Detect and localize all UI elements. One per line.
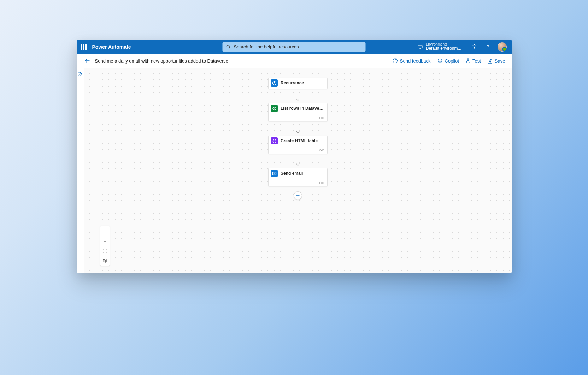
plus-icon	[296, 194, 300, 198]
flow-column: RecurrenceList rows in DataverseCreate H…	[268, 78, 328, 200]
sidebar-collapsed	[77, 68, 84, 273]
flask-icon	[465, 58, 470, 64]
environment-icon	[417, 44, 423, 50]
search-input[interactable]: Search for the helpful resources	[223, 42, 366, 52]
step-icon	[271, 105, 278, 112]
flow-step-card[interactable]: Recurrence	[268, 78, 328, 89]
canvas-area: RecurrenceList rows in DataverseCreate H…	[77, 68, 512, 273]
step-icon	[271, 79, 278, 87]
minimap-button[interactable]	[100, 256, 110, 266]
step-title: Create HTML table	[281, 138, 318, 143]
minus-icon	[103, 239, 107, 243]
command-bar: Send me a daily email with new opportuni…	[77, 54, 512, 68]
step-title: List rows in Dataverse	[281, 106, 324, 111]
step-icon	[271, 137, 278, 144]
search-placeholder: Search for the helpful resources	[234, 44, 299, 49]
flow-canvas[interactable]: RecurrenceList rows in DataverseCreate H…	[84, 68, 512, 273]
expand-sidebar-button[interactable]	[78, 71, 82, 77]
step-title: Send email	[281, 171, 303, 176]
help-icon	[485, 44, 491, 50]
flow-step-card[interactable]: Send email	[268, 168, 328, 186]
environment-name: Default environm...	[426, 46, 461, 51]
copilot-icon	[437, 58, 443, 64]
step-title: Recurrence	[281, 81, 304, 85]
app-name: Power Automate	[92, 44, 131, 50]
connection-icon	[319, 115, 324, 121]
connection-icon	[319, 180, 324, 186]
test-label: Test	[472, 58, 481, 64]
fit-screen-button[interactable]	[100, 246, 110, 256]
svg-rect-2	[418, 45, 422, 48]
plus-icon	[103, 229, 107, 233]
app-window: Power Automate Search for the helpful re…	[77, 40, 512, 273]
chevron-right-double-icon	[78, 72, 82, 76]
fit-icon	[103, 249, 107, 253]
settings-button[interactable]	[469, 41, 481, 53]
svg-point-0	[227, 45, 230, 48]
feedback-icon	[392, 58, 398, 64]
flow-step-card[interactable]: Create HTML table	[268, 136, 328, 154]
environment-picker[interactable]: Environments Default environm...	[414, 42, 465, 51]
environment-label: Environments	[426, 42, 461, 46]
svg-point-5	[395, 59, 397, 60]
help-button[interactable]	[482, 41, 494, 53]
svg-point-4	[488, 48, 488, 49]
zoom-out-button[interactable]	[100, 236, 110, 246]
back-button[interactable]	[84, 58, 91, 64]
zoom-controls	[100, 226, 110, 266]
flow-step-card[interactable]: List rows in Dataverse	[268, 103, 328, 121]
back-arrow-icon	[84, 58, 90, 64]
save-button[interactable]: Save	[487, 58, 505, 64]
step-icon	[271, 170, 278, 177]
map-icon	[102, 258, 107, 263]
connection-icon	[319, 147, 324, 154]
save-label: Save	[495, 58, 505, 64]
user-avatar[interactable]	[498, 42, 507, 52]
send-feedback-button[interactable]: Send feedback	[392, 58, 431, 64]
copilot-label: Copilot	[445, 58, 459, 64]
feedback-label: Send feedback	[400, 58, 431, 64]
add-step-button[interactable]	[294, 191, 302, 200]
copilot-button[interactable]: Copilot	[437, 58, 459, 64]
flow-connector[interactable]	[296, 154, 300, 168]
svg-point-3	[474, 46, 475, 47]
zoom-in-button[interactable]	[100, 226, 110, 236]
flow-connector[interactable]	[296, 121, 300, 136]
titlebar: Power Automate Search for the helpful re…	[77, 40, 512, 54]
search-icon	[226, 44, 231, 49]
svg-line-1	[229, 48, 230, 49]
gear-icon	[471, 44, 477, 50]
svg-point-6	[438, 59, 442, 63]
test-button[interactable]: Test	[465, 58, 481, 64]
save-icon	[487, 58, 493, 64]
flow-connector[interactable]	[296, 89, 300, 103]
flow-title: Send me a daily email with new opportuni…	[95, 58, 228, 64]
app-launcher-icon[interactable]	[80, 43, 87, 50]
